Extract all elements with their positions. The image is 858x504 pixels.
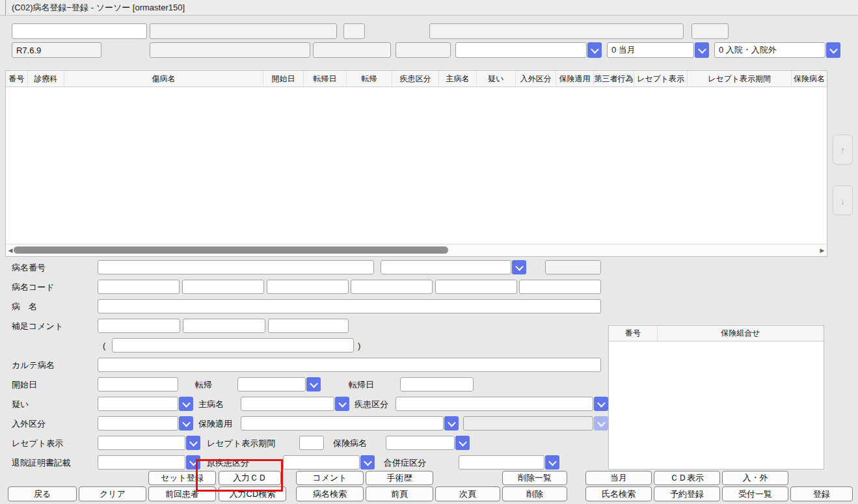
discharge-certificate-select-value[interactable] bbox=[98, 455, 185, 470]
delete-list-button[interactable]: 削除一覧 bbox=[502, 471, 567, 485]
previous-page-button[interactable]: 前頁 bbox=[366, 486, 433, 501]
patient-extra-field bbox=[691, 23, 729, 39]
disease-number-select-value[interactable] bbox=[381, 260, 511, 274]
chevron-down-icon[interactable] bbox=[335, 397, 349, 411]
outcome-select-value[interactable] bbox=[237, 377, 306, 391]
chevron-down-icon[interactable] bbox=[360, 455, 375, 470]
chevron-down-icon[interactable] bbox=[455, 436, 470, 450]
insurance-disease-select-value[interactable] bbox=[386, 436, 455, 450]
main-disease-select[interactable] bbox=[241, 397, 349, 411]
label-disease-number: 病名番号 bbox=[12, 261, 46, 275]
scroll-right-icon[interactable]: ▶ bbox=[818, 246, 826, 254]
input-cd-button[interactable]: 入力ＣＤ bbox=[219, 471, 281, 485]
paren-close-label: ) bbox=[358, 339, 360, 353]
clear-button[interactable]: クリア bbox=[79, 486, 146, 501]
header-field-4 bbox=[395, 42, 451, 58]
header-field-2 bbox=[150, 42, 310, 58]
col-ins-combination: 保険組合せ bbox=[658, 326, 824, 341]
primary-disease-category-select-value[interactable] bbox=[283, 455, 360, 470]
complication-category-select-value[interactable] bbox=[459, 455, 544, 470]
next-page-button[interactable]: 次頁 bbox=[435, 486, 500, 501]
chevron-down-icon[interactable] bbox=[444, 416, 459, 431]
horizontal-scrollbar[interactable]: ◀ ▶ bbox=[6, 244, 827, 256]
outcome-date-input[interactable] bbox=[400, 377, 474, 391]
receipt-period-input[interactable] bbox=[299, 436, 324, 450]
disease-code-input-4[interactable] bbox=[351, 280, 433, 294]
back-button[interactable]: 戻る bbox=[8, 486, 77, 501]
chevron-down-icon[interactable] bbox=[587, 42, 602, 58]
receipt-display-select[interactable] bbox=[98, 436, 200, 450]
suspicion-select-value[interactable] bbox=[98, 397, 178, 411]
reception-list-button[interactable]: 受付一覧 bbox=[722, 486, 788, 501]
insurance-disease-select[interactable] bbox=[386, 436, 470, 450]
suspicion-select[interactable] bbox=[98, 397, 193, 411]
disease-number-select[interactable] bbox=[381, 260, 526, 274]
inout-select-value[interactable]: 0 入院・入院外 bbox=[714, 42, 825, 58]
disease-search-button[interactable]: 病名検索 bbox=[296, 486, 364, 501]
chevron-down-icon[interactable] bbox=[306, 377, 321, 391]
insurance-apply-select-value[interactable] bbox=[241, 416, 444, 431]
reservation-button[interactable]: 予約登録 bbox=[654, 486, 720, 501]
in-out-button[interactable]: 入・外 bbox=[722, 471, 788, 485]
chevron-down-icon[interactable] bbox=[179, 397, 193, 411]
disease-number-input[interactable] bbox=[98, 260, 374, 274]
disease-code-input-2[interactable] bbox=[182, 280, 264, 294]
comment-button[interactable]: コメント bbox=[296, 471, 364, 485]
delete-button[interactable]: 削除 bbox=[502, 486, 567, 501]
disease-list-table: 番号 診療科 傷病名 開始日 転帰日 転帰 疾患区分 主病名 疑い 入外区分 保… bbox=[5, 70, 827, 257]
chevron-down-icon[interactable] bbox=[186, 436, 200, 450]
patient-small-field bbox=[343, 23, 365, 39]
cd-display-button[interactable]: ＣＤ表示 bbox=[654, 471, 720, 485]
department-select-value[interactable] bbox=[455, 42, 587, 58]
inout-category-select[interactable] bbox=[98, 416, 193, 431]
surgery-history-button[interactable]: 手術歴 bbox=[366, 471, 433, 485]
scroll-up-button[interactable]: ↑ bbox=[833, 135, 853, 165]
col-main-disease: 主病名 bbox=[439, 71, 477, 86]
chevron-down-icon[interactable] bbox=[695, 42, 709, 58]
current-month-button[interactable]: 当月 bbox=[585, 471, 652, 485]
name-search-button[interactable]: 氏名検索 bbox=[585, 486, 652, 501]
insurance-apply-select[interactable] bbox=[241, 416, 459, 431]
comment-paren-input[interactable] bbox=[112, 338, 354, 352]
primary-disease-category-select[interactable] bbox=[283, 455, 375, 470]
scrollbar-thumb[interactable] bbox=[14, 246, 448, 254]
chevron-down-icon[interactable] bbox=[826, 42, 840, 58]
paren-open-label: ( bbox=[103, 339, 105, 353]
disease-name-input[interactable] bbox=[98, 299, 601, 313]
disease-code-input-3[interactable] bbox=[267, 280, 349, 294]
outcome-select[interactable] bbox=[237, 377, 321, 391]
scroll-down-button[interactable]: ↓ bbox=[833, 185, 853, 215]
department-select[interactable] bbox=[455, 42, 602, 58]
chevron-down-icon[interactable] bbox=[545, 455, 559, 470]
inout-select[interactable]: 0 入院・入院外 bbox=[714, 42, 840, 58]
label-insurance-apply: 保険適用 bbox=[198, 417, 232, 431]
previous-patient-button[interactable]: 前回患者 bbox=[148, 486, 216, 501]
month-select-value[interactable]: 0 当月 bbox=[607, 42, 694, 58]
start-date-input[interactable] bbox=[98, 377, 178, 391]
month-select[interactable]: 0 当月 bbox=[607, 42, 709, 58]
comment-input-2[interactable] bbox=[183, 319, 265, 333]
receipt-display-select-value[interactable] bbox=[98, 436, 185, 450]
set-register-button[interactable]: セット登録 bbox=[148, 471, 216, 485]
discharge-certificate-select[interactable] bbox=[98, 455, 200, 470]
register-button[interactable]: 登録 bbox=[790, 486, 853, 501]
disease-code-input-6[interactable] bbox=[519, 280, 601, 294]
chevron-down-icon[interactable] bbox=[186, 455, 200, 470]
patient-number-input[interactable] bbox=[12, 23, 147, 39]
insurance-panel-body bbox=[609, 341, 824, 469]
disease-category-select[interactable] bbox=[395, 397, 608, 411]
inout-category-select-value[interactable] bbox=[98, 416, 178, 431]
comment-input-3[interactable] bbox=[268, 319, 349, 333]
date-field[interactable] bbox=[12, 42, 101, 58]
chevron-down-icon[interactable] bbox=[594, 397, 608, 411]
disease-code-input-5[interactable] bbox=[435, 280, 517, 294]
complication-category-select[interactable] bbox=[459, 455, 559, 470]
disease-category-select-value[interactable] bbox=[395, 397, 593, 411]
input-cd-search-button[interactable]: 入力CD検索 bbox=[219, 486, 286, 501]
karte-disease-name-input[interactable] bbox=[98, 358, 601, 372]
chevron-down-icon[interactable] bbox=[179, 416, 193, 431]
chevron-down-icon[interactable] bbox=[512, 260, 526, 274]
comment-input-1[interactable] bbox=[98, 319, 180, 333]
disease-code-input-1[interactable] bbox=[98, 280, 180, 294]
main-disease-select-value[interactable] bbox=[241, 397, 334, 411]
